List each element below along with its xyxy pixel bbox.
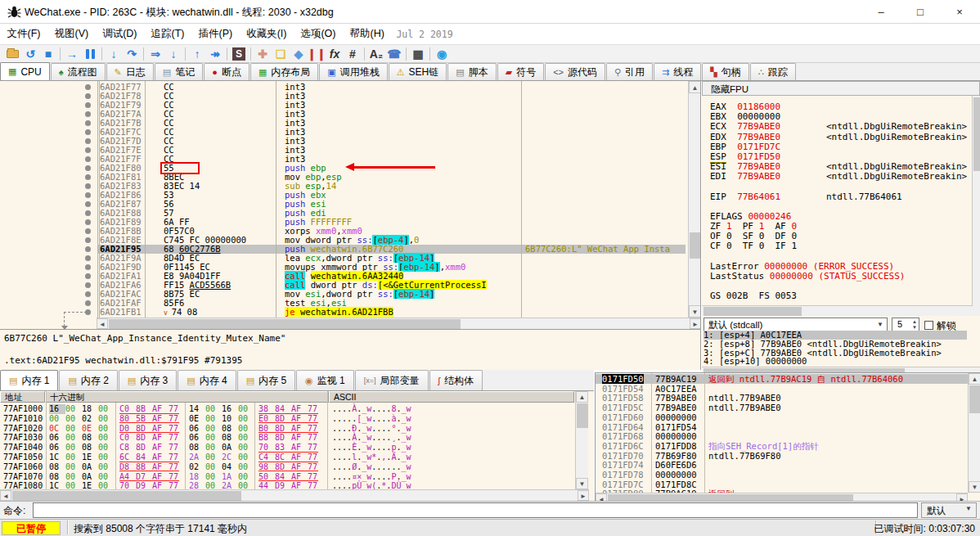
register-row[interactable]: EDX 77B9ABE0<ntdll.DbgUiRemoteBreakin> — [710, 133, 780, 142]
step-over-icon[interactable]: ↷ — [123, 47, 141, 61]
menu-h[interactable]: 帮助(H) — [343, 24, 391, 44]
az-icon[interactable]: A₂ — [367, 47, 385, 61]
step-into-icon[interactable]: ↓ — [105, 47, 123, 61]
stack-row[interactable]: 0171FD5877B9ABE0ntdll.77B9ABE0 — [596, 393, 980, 403]
hex-row[interactable]: 77AF103006000800C08DAF7706000800B88DAF77… — [0, 433, 594, 443]
tab-跟踪[interactable]: ∴跟踪 — [750, 63, 796, 80]
breakpoint-dot[interactable] — [85, 237, 91, 243]
register-row[interactable]: EDI 77B9ABE0<ntdll.DbgUiRemoteBreakin> — [710, 172, 780, 182]
breakpoint-dot[interactable] — [85, 138, 91, 144]
pause-icon[interactable] — [81, 47, 99, 61]
maximize-button[interactable]: □ — [901, 0, 939, 24]
hex-header-ascii[interactable]: ASCII — [329, 391, 574, 403]
stack-row[interactable]: 0171FD74D60FE6D6 — [596, 460, 980, 470]
breakpoint-dot[interactable] — [85, 300, 91, 306]
command-input[interactable] — [33, 502, 918, 518]
tab-内存 3[interactable]: ▤内存 3 — [119, 370, 177, 390]
menu-v[interactable]: 视图(V) — [47, 24, 96, 44]
step-out-icon[interactable]: ↓ — [164, 47, 182, 61]
patch-icon[interactable]: ✚ — [254, 47, 272, 61]
disasm-row[interactable]: 6AD21FB1v 74 08je wechatwin.6AD21FBB — [0, 308, 701, 317]
breakpoint-dot[interactable] — [85, 120, 91, 126]
bookmarks-icon[interactable]: ❙❙ — [308, 47, 326, 61]
tab-CPU[interactable]: ▦CPU — [0, 62, 50, 80]
hex-header-hex[interactable]: 十六进制 — [45, 391, 329, 403]
register-row[interactable]: EBX 00000000 — [710, 112, 780, 122]
disassembly-panel[interactable]: 6AD21F77CCint36AD21F78CCint36AD21F79CCin… — [0, 81, 701, 329]
register-row[interactable]: GS 002B FS 0053 — [710, 291, 797, 301]
stack-row[interactable]: 0171FD7077B69F80ntdll.77B69F80 — [596, 451, 980, 461]
run-icon[interactable]: → — [63, 47, 81, 61]
minimize-button[interactable]: – — [862, 0, 900, 24]
functions-icon[interactable]: fx — [326, 47, 344, 61]
tab-断点[interactable]: ●断点 — [204, 63, 249, 80]
exec-till-return-icon[interactable]: ⇒ — [146, 47, 164, 61]
stack-row[interactable]: 0171FD5077B9AC19返回到 ntdll.77B9AC19 自 ntd… — [596, 374, 980, 384]
breakpoint-dot[interactable] — [85, 201, 91, 207]
strings-icon[interactable]: S — [232, 47, 245, 61]
open-folder-icon[interactable] — [3, 47, 21, 61]
labels-icon[interactable]: ◆ — [290, 47, 308, 61]
stack-row[interactable]: 0171FD7C0171FD8C — [596, 480, 980, 489]
register-row[interactable]: ESP 0171FD50 — [710, 152, 780, 162]
breakpoint-dot[interactable] — [85, 273, 91, 279]
register-row[interactable]: EBP 0171FD7C — [710, 142, 780, 152]
hex-row[interactable]: 77AF107008000A00A4D7AF7718001A005084AF77… — [0, 472, 594, 482]
tab-句柄[interactable]: ▚句柄 — [702, 63, 748, 80]
register-row[interactable]: ESI 77B9ABE0<ntdll.DbgUiRemoteBreakin> — [710, 162, 780, 172]
breakpoint-dot[interactable] — [85, 156, 91, 162]
globe-icon[interactable]: ◉ — [433, 47, 451, 61]
hex-header-address[interactable]: 地址 — [0, 391, 45, 403]
tab-内存布局[interactable]: ▦内存布局 — [250, 63, 318, 80]
register-row[interactable]: ECX 77B9ABE0<ntdll.DbgUiRemoteBreakin> — [710, 122, 780, 132]
breakpoint-dot[interactable] — [85, 192, 91, 198]
calculator-icon[interactable]: ▦ — [409, 47, 427, 61]
tab-流程图[interactable]: ♠流程图 — [51, 63, 106, 80]
breakpoint-dot[interactable] — [85, 147, 91, 153]
tab-调用堆栈[interactable]: ▣调用堆栈 — [319, 63, 387, 80]
register-row[interactable]: EAX 01186000 — [710, 102, 780, 112]
tab-线程[interactable]: ⇉线程 — [654, 63, 701, 80]
hex-row[interactable]: 77AF101000000200805BAF770E001000E08DAF77… — [0, 414, 594, 424]
run-to-user-icon[interactable]: ↑ — [188, 47, 206, 61]
register-row[interactable]: LastStatus 00000000 (STATUS_SUCCESS) — [710, 272, 905, 282]
tab-监视 1[interactable]: ◉监视 1 — [296, 370, 354, 390]
tab-日志[interactable]: ✎日志 — [106, 63, 154, 80]
breakpoint-dot[interactable] — [85, 264, 91, 270]
breakpoint-dot[interactable] — [85, 84, 91, 90]
stack-row[interactable]: 0171FD6C0171FDD8指向SEH_Record[1]的指针 — [596, 441, 980, 451]
breakpoint-dot[interactable] — [85, 165, 91, 171]
restart-icon[interactable]: ↺ — [21, 47, 39, 61]
tab-内存 4[interactable]: ▤内存 4 — [178, 370, 236, 390]
register-row[interactable]: EFLAGS 00000246 — [710, 212, 791, 222]
breakpoint-dot[interactable] — [85, 255, 91, 261]
menu-t[interactable]: 追踪(T) — [144, 24, 191, 44]
hide-fpu-header[interactable]: 隐藏FPU — [702, 81, 980, 96]
stack-row[interactable]: 0171FD54A0C17EEA — [596, 384, 980, 394]
comments-icon[interactable]: ❏ — [272, 47, 290, 61]
breakpoint-dot[interactable] — [85, 111, 91, 117]
register-row[interactable]: LastError 00000000 (ERROR_SUCCESS) — [710, 262, 894, 272]
menu-f[interactable]: 文件(F) — [0, 24, 47, 44]
hex-dump-panel[interactable]: 地址十六进制ASCII77AF100016001800C08BAF7714001… — [0, 391, 594, 501]
hex-row[interactable]: 77AF10501C001E006C84AF772A002C00C48CAF77… — [0, 453, 594, 462]
tab-脚本[interactable]: ▤脚本 — [447, 63, 496, 80]
breakpoint-dot[interactable] — [85, 228, 91, 234]
breakpoint-dot[interactable] — [85, 174, 91, 180]
stack-row[interactable]: 0171FD6000000000 — [596, 412, 980, 422]
breakpoint-dot[interactable] — [85, 93, 91, 99]
breakpoint-dot[interactable] — [85, 210, 91, 216]
stack-row[interactable]: 0171FD640171FD54 — [596, 422, 980, 432]
register-row[interactable]: CF 0 TF 0 IF 1 — [710, 241, 797, 251]
hex-row[interactable]: 77AF104006000800C88DAF7708000A007083AF77… — [0, 443, 594, 453]
stack-row[interactable]: 0171FD7800000000 — [596, 470, 980, 480]
tab-结构体[interactable]: ʃ结构体 — [429, 370, 483, 390]
hex-row[interactable]: 77AF100016001800C08BAF77140016003884AF77… — [0, 404, 594, 414]
tab-内存 2[interactable]: ▤内存 2 — [59, 370, 117, 390]
close-button[interactable]: × — [941, 0, 978, 24]
hash-icon[interactable]: # — [344, 47, 362, 61]
breakpoint-dot[interactable] — [85, 183, 91, 189]
goto-user-icon[interactable]: ↠ — [206, 47, 224, 61]
tab-笔记[interactable]: ▤笔记 — [155, 63, 203, 80]
breakpoint-dot[interactable] — [85, 129, 91, 135]
